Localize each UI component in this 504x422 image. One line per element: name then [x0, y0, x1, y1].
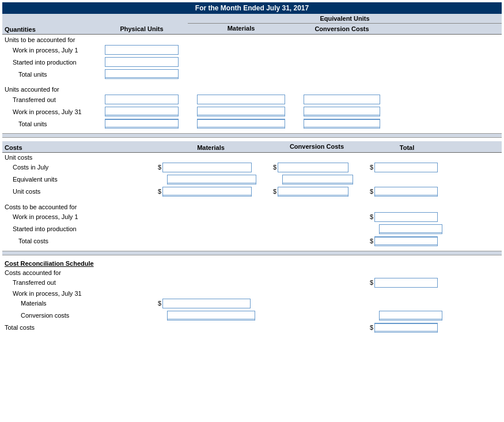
transferred-out-row: Transferred out — [2, 93, 502, 106]
dollar-unit-costs-conv: $ — [273, 188, 276, 195]
recon-conversion-input[interactable] — [167, 311, 255, 321]
unit-costs-materials-input[interactable] — [162, 187, 252, 197]
costs-in-july-label: Costs in July — [2, 164, 153, 171]
costs-in-july-conversion-input[interactable] — [278, 163, 348, 172]
recon-materials-label: Materials — [2, 300, 153, 307]
costs-in-july-row: Costs in July $ $ $ — [2, 161, 502, 174]
started-production-physical-input[interactable] — [105, 57, 179, 67]
dollar-cost-wip1: $ — [370, 213, 373, 220]
recon-conversion-row: Conversion costs — [2, 310, 502, 322]
total-units-row1: Total units — [2, 68, 502, 80]
transferred-out-materials-input[interactable] — [197, 95, 285, 104]
cost-wip-july1-label: Work in process, July 1 — [2, 213, 153, 220]
dollar-recon-transferred: $ — [370, 279, 373, 286]
wip-july31-label: Work in process, July 31 — [2, 108, 96, 115]
transferred-out-label: Transferred out — [2, 96, 96, 103]
cost-started-input[interactable] — [379, 224, 442, 234]
equiv-units-materials-input[interactable] — [167, 175, 256, 184]
col-costs-conversion-header: Conversion Costs — [268, 142, 365, 150]
col-physical-label: Physical Units — [96, 25, 188, 33]
wip-july31-materials-input[interactable] — [197, 107, 285, 116]
started-production-row: Started into production — [2, 56, 502, 68]
recon-total-costs-input[interactable] — [374, 323, 438, 333]
recon-wip-july31-label: Work in process, July 31 — [2, 289, 502, 297]
dollar-recon-total: $ — [370, 324, 373, 331]
col-costs-total-header: Total — [365, 142, 449, 150]
total-units-conversion-input2[interactable] — [304, 119, 380, 129]
recon-materials-row: Materials $ — [2, 297, 502, 310]
unit-costs-section-label: Unit costs — [2, 153, 502, 161]
wip-july1-row: Work in process, July 1 — [2, 44, 502, 56]
wip-july31-physical-input[interactable] — [105, 107, 179, 116]
unit-costs-row-label: Unit costs — [2, 188, 153, 195]
recon-conversion-total-input[interactable] — [379, 311, 442, 321]
dollar-recon-mat: $ — [158, 300, 161, 307]
unit-costs-total-input[interactable] — [374, 187, 438, 197]
costs-in-july-materials-input[interactable] — [162, 163, 252, 172]
started-production-label: Started into production — [2, 59, 96, 66]
unit-costs-row: Unit costs $ $ $ — [2, 186, 502, 198]
equiv-units-label: Equivalent Units — [188, 14, 502, 24]
equiv-units-row: Equivalent units — [2, 174, 502, 186]
total-units-materials-input2[interactable] — [197, 119, 285, 129]
cost-total-costs-label: Total costs — [2, 238, 153, 244]
total-units-label1: Total units — [2, 71, 96, 78]
total-units-label2: Total units — [2, 120, 96, 127]
cost-wip-july1-input[interactable] — [374, 212, 438, 222]
total-units-physical-input2[interactable] — [105, 119, 179, 129]
total-units-physical-input1[interactable] — [105, 69, 179, 79]
dollar-costs-july-total: $ — [370, 164, 373, 171]
page-title: For the Month Ended July 31, 2017 — [2, 2, 502, 14]
units-to-be-label: Units to be accounted for — [2, 35, 502, 44]
recon-total-costs-row: Total costs $ — [2, 322, 502, 334]
costs-in-july-total-input[interactable] — [374, 163, 438, 172]
dollar-unit-costs-total: $ — [370, 188, 373, 195]
dollar-costs-july-conv: $ — [273, 164, 276, 171]
col-costs-label: Costs — [2, 142, 153, 150]
recon-materials-input[interactable] — [162, 299, 251, 308]
equiv-units-row-label: Equivalent units — [2, 176, 153, 183]
unit-costs-conversion-input[interactable] — [278, 187, 348, 197]
wip-july1-physical-input[interactable] — [105, 45, 179, 55]
units-accounted-label: Units accounted for — [2, 85, 502, 93]
col-conversion-header: Conversion Costs — [294, 25, 389, 33]
transferred-out-physical-input[interactable] — [105, 95, 179, 104]
costs-section-divider — [2, 133, 502, 138]
cost-started-row: Started into production — [2, 223, 502, 235]
cost-total-costs-row: Total costs $ — [2, 235, 502, 247]
wip-july1-label: Work in process, July 1 — [2, 47, 96, 54]
recon-transferred-out-row: Transferred out $ — [2, 277, 502, 289]
recon-conversion-label: Conversion costs — [2, 312, 153, 319]
cost-total-costs-input[interactable] — [374, 236, 438, 246]
wip-july31-row: Work in process, July 31 — [2, 106, 502, 118]
reconciliation-title: Cost Reconciliation Schedule — [2, 259, 502, 268]
costs-accounted-for-label: Costs accounted for — [2, 268, 502, 277]
equiv-units-conversion-input[interactable] — [282, 175, 353, 184]
main-container: For the Month Ended July 31, 2017 Equiva… — [0, 0, 504, 336]
total-units-row2: Total units — [2, 118, 502, 130]
dollar-costs-july-mat: $ — [158, 164, 161, 171]
wip-july31-conversion-input[interactable] — [304, 107, 380, 116]
col-quantities-label: Quantities — [2, 25, 96, 33]
costs-header-row: Costs Materials Conversion Costs Total — [2, 141, 502, 152]
recon-total-costs-label: Total costs — [2, 324, 153, 331]
col-costs-materials-header: Materials — [153, 142, 268, 150]
reconciliation-section-divider — [2, 251, 502, 255]
dollar-unit-costs-mat: $ — [158, 188, 161, 195]
dollar-cost-total: $ — [370, 238, 373, 244]
quantities-header-row: Quantities Physical Units Materials Conv… — [2, 24, 502, 35]
transferred-out-conversion-input[interactable] — [304, 95, 380, 104]
cost-wip-july1-row: Work in process, July 1 $ — [2, 211, 502, 223]
cost-started-label: Started into production — [2, 225, 153, 232]
col-materials-header: Materials — [188, 25, 294, 33]
recon-transferred-out-input[interactable] — [374, 278, 438, 288]
costs-accounted-section-label: Costs to be accounted for — [2, 202, 502, 211]
recon-transferred-out-label: Transferred out — [2, 279, 153, 286]
